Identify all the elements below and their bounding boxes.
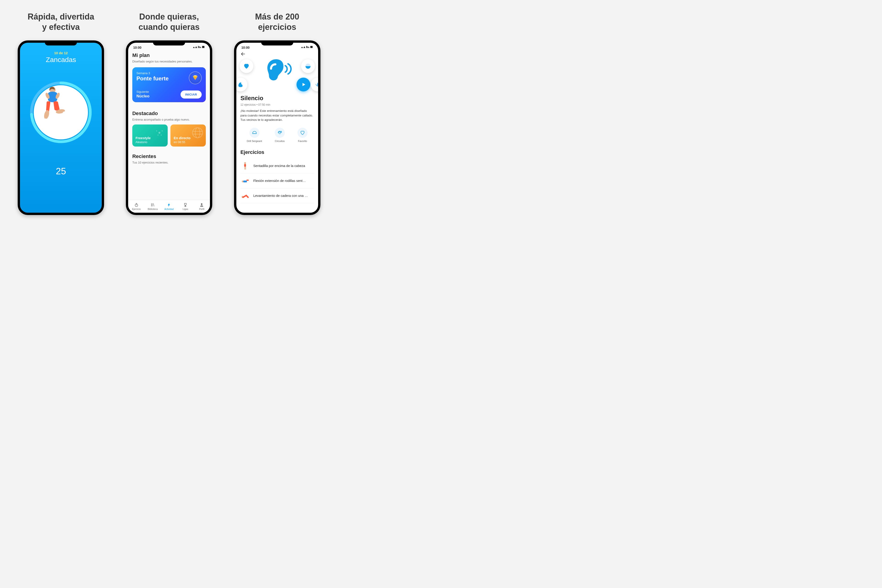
- svg-rect-29: [244, 167, 245, 170]
- tab-actividad[interactable]: Actividad: [161, 200, 177, 213]
- action-drill-sergeant[interactable]: Drill Sergeant: [247, 128, 262, 142]
- svg-point-17: [161, 135, 162, 135]
- svg-point-21: [201, 203, 202, 205]
- svg-rect-25: [310, 46, 313, 48]
- svg-point-13: [159, 132, 160, 134]
- tab-perfil[interactable]: Perfil: [194, 200, 210, 213]
- water-chip-icon: [301, 59, 315, 73]
- rep-counter: 25: [56, 166, 66, 176]
- action-label: Drill Sergeant: [247, 140, 262, 142]
- ear-icon: [262, 57, 292, 87]
- svg-point-27: [244, 162, 246, 164]
- globe-icon: [190, 125, 205, 140]
- start-button[interactable]: INICIAR: [180, 90, 202, 99]
- exercise-name: Zancadas: [46, 56, 76, 64]
- plan-card[interactable]: Semana 3 Ponte fuerte Siguiente Núcleo I…: [132, 67, 206, 102]
- svg-rect-23: [308, 46, 308, 48]
- svg-rect-11: [200, 47, 201, 48]
- workout-screen: 10 de 12 Zancadas: [20, 43, 102, 213]
- stopwatch-icon: [134, 202, 139, 207]
- trophy-icon: [183, 202, 188, 207]
- exercise-step-counter: 10 de 12: [46, 51, 76, 55]
- back-button[interactable]: [240, 51, 246, 58]
- exercise-label: Sentadilla por encima de la cabeza: [254, 164, 314, 168]
- status-bar: 10:00: [128, 43, 210, 50]
- tab-label: Ejercicio: [132, 208, 141, 210]
- refresh-icon: [275, 128, 285, 138]
- headline-3: Más de 200 ejercicios: [255, 12, 299, 32]
- svg-point-14: [156, 130, 157, 131]
- exercise-thumb-icon: [240, 191, 250, 200]
- hero-icon-cluster: [240, 58, 314, 90]
- svg-rect-9: [198, 46, 199, 48]
- svg-point-18: [192, 128, 202, 138]
- action-label: Favorito: [297, 140, 308, 142]
- svg-rect-12: [202, 46, 204, 48]
- tab-biblioteca[interactable]: Biblioteca: [144, 200, 161, 213]
- phone-frame-2: 10:00 Mi plan Diseñado según tus necesid…: [126, 40, 212, 215]
- featured-subtitle: Entrena acompañado o prueba algo nuevo.: [132, 118, 206, 121]
- svg-rect-10: [199, 46, 200, 48]
- svg-point-15: [162, 130, 163, 131]
- featured-card-sub: Aleatorio: [135, 140, 165, 144]
- svg-rect-33: [246, 180, 249, 181]
- tab-label: Biblioteca: [148, 208, 158, 210]
- status-icons: [193, 46, 205, 50]
- svg-rect-28: [244, 164, 246, 167]
- svg-rect-30: [245, 167, 246, 170]
- exercise-thumb-icon: [240, 176, 250, 185]
- progress-ring: [29, 81, 93, 144]
- svg-point-16: [158, 135, 159, 135]
- exercise-row[interactable]: Levantamiento de cadera con una …: [240, 188, 314, 203]
- status-time: 10:00: [133, 46, 141, 50]
- action-label: Circuitos: [275, 140, 285, 142]
- status-time: 10:00: [242, 46, 250, 50]
- tab-label: Perfil: [199, 208, 204, 210]
- workout-detail-screen: 10:00: [236, 43, 318, 213]
- headline-2: Donde quieras, cuando quieras: [138, 12, 200, 32]
- featured-card-sub: en 08:55: [174, 140, 202, 144]
- promo-column-2: Donde quieras, cuando quieras 10:00 Mi p…: [121, 12, 217, 225]
- promo-column-3: Más de 200 ejercicios 10:00: [229, 12, 326, 225]
- exercises-section-title: Ejercicios: [240, 149, 314, 155]
- svg-point-8: [63, 111, 67, 114]
- action-favorite[interactable]: Favorito: [297, 128, 308, 142]
- arrow-left-icon: [240, 51, 246, 57]
- play-chip-icon[interactable]: [297, 78, 310, 92]
- svg-point-7: [42, 118, 48, 122]
- plan-screen: 10:00 Mi plan Diseñado según tus necesid…: [128, 43, 210, 213]
- exercise-row[interactable]: Sentadilla por encima de la cabeza: [240, 159, 314, 173]
- action-circuits[interactable]: Circuitos: [275, 128, 285, 142]
- featured-card-freestyle[interactable]: Freestyle Aleatorio: [132, 124, 168, 147]
- exercise-label: Flexión extensión de rodillas sent…: [254, 179, 314, 183]
- tab-ejercicio[interactable]: Ejercicio: [128, 200, 144, 213]
- exercise-thumb-icon: [240, 161, 250, 170]
- tab-label: Actividad: [165, 208, 174, 210]
- tab-label: Ligas: [183, 208, 188, 210]
- status-bar: 10:00: [236, 43, 318, 50]
- featured-card-live[interactable]: En directo en 08:55: [170, 124, 206, 147]
- recent-title: Recientes: [132, 153, 206, 159]
- svg-rect-32: [243, 180, 247, 182]
- sparkle-icon: [153, 126, 166, 140]
- status-icons: [301, 46, 313, 50]
- library-icon: [150, 202, 155, 207]
- workout-meta: 12 ejercicios • 07:50 min: [240, 103, 314, 106]
- my-plan-subtitle: Diseñado según tus necesidades personale…: [132, 60, 206, 63]
- heart-chip-icon: [240, 59, 254, 73]
- featured-title: Destacado: [132, 111, 206, 117]
- recent-subtitle: Tus 10 ejercicios recientes.: [132, 161, 206, 164]
- gem-icon: [189, 71, 202, 84]
- exercise-label: Levantamiento de cadera con una …: [254, 194, 314, 198]
- tab-bar: Ejercicio Biblioteca Actividad Ligas: [128, 200, 210, 213]
- exercise-row[interactable]: Flexión extensión de rodillas sent…: [240, 173, 314, 188]
- headline-1: Rápida, divertida y efectiva: [28, 12, 94, 32]
- promo-column-1: Rápida, divertida y efectiva 10 de 12 Za…: [13, 12, 109, 225]
- lotus-chip-icon: [311, 78, 318, 92]
- helmet-icon: [249, 128, 260, 138]
- phone-frame-1: 10 de 12 Zancadas: [18, 40, 104, 215]
- tab-ligas[interactable]: Ligas: [177, 200, 194, 213]
- workout-description: ¡No molestar! Este entrenamiento está di…: [240, 109, 314, 122]
- bolt-icon: [167, 202, 171, 207]
- svg-rect-24: [309, 47, 309, 48]
